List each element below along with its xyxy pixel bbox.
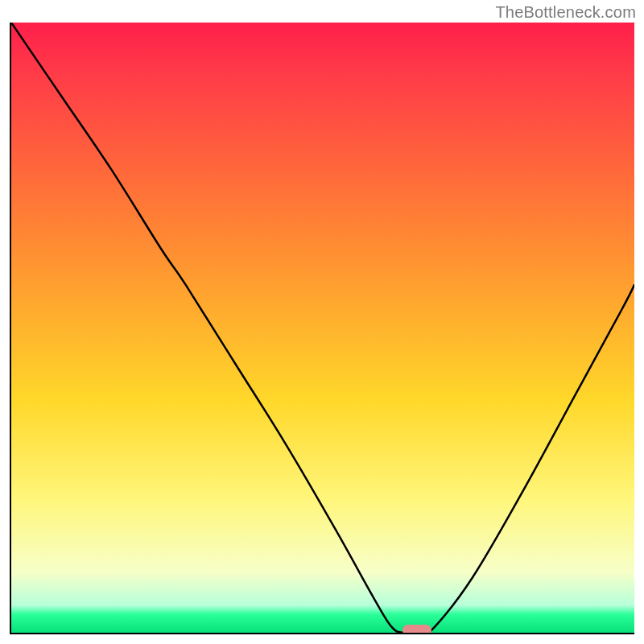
- heat-gradient: [11, 23, 634, 633]
- plot-area: [10, 23, 634, 634]
- optimal-marker: [402, 625, 431, 634]
- bottleneck-chart: TheBottleneck.com: [0, 0, 644, 644]
- attribution-label: TheBottleneck.com: [495, 3, 636, 22]
